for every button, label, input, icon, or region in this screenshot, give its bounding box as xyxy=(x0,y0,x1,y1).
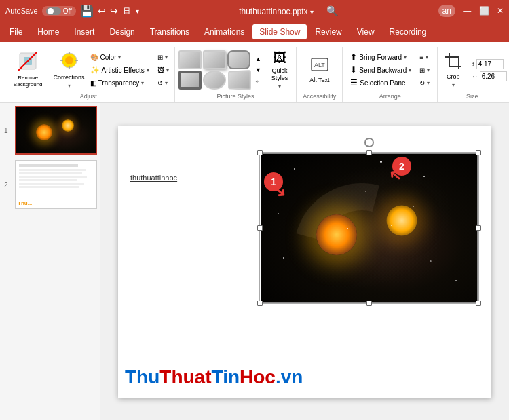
slide-2-number: 2 xyxy=(4,181,8,189)
menu-file[interactable]: File xyxy=(3,24,29,39)
quick-styles-icon: 🖼 xyxy=(273,50,286,66)
style-thumb-4[interactable] xyxy=(178,71,202,90)
window-restore[interactable]: ⬜ xyxy=(479,6,489,16)
watermark-hoc: Hoc xyxy=(240,366,276,387)
ribbon-group-adjust: Remove Background Corrections ▾ xyxy=(3,47,175,102)
undo-icon[interactable]: ↩ xyxy=(98,5,106,16)
crop-icon xyxy=(444,52,463,72)
style-scroll-down[interactable]: ▼ xyxy=(252,65,264,75)
group-dropdown[interactable]: ▾ xyxy=(427,67,430,73)
color-dropdown[interactable]: ▾ xyxy=(118,54,121,60)
remove-background-button[interactable]: Remove Background xyxy=(5,49,51,91)
rotate-icon: ↻ xyxy=(419,79,425,87)
style-scroll-up[interactable]: ▲ xyxy=(252,54,264,64)
user-initials: an xyxy=(438,5,455,17)
change-pic-dropdown[interactable]: ▾ xyxy=(166,67,169,73)
quick-styles-label: Quick Styles xyxy=(271,67,288,82)
galaxy-core-1 xyxy=(316,214,357,255)
rotate-button[interactable]: ↻ ▾ xyxy=(417,77,432,89)
bring-forward-button[interactable]: ⬆ Bring Forward ▾ xyxy=(347,51,414,63)
menu-review[interactable]: Review xyxy=(308,24,348,39)
bring-forward-dropdown[interactable]: ▾ xyxy=(404,54,407,60)
menu-transitions[interactable]: Transitions xyxy=(143,24,196,39)
customize-icon[interactable]: 🖥 xyxy=(122,5,132,16)
crop-dropdown[interactable]: ▾ xyxy=(452,82,455,88)
rotate-dropdown[interactable]: ▾ xyxy=(427,80,430,86)
window-minimize[interactable]: — xyxy=(463,6,471,16)
reset-dropdown[interactable]: ▾ xyxy=(165,80,168,86)
style-thumb-1[interactable] xyxy=(178,50,202,69)
slide-canvas[interactable]: thuthuattinhoc xyxy=(118,126,491,398)
transparency-dropdown[interactable]: ▾ xyxy=(141,80,144,86)
compress-dropdown[interactable]: ▾ xyxy=(165,54,168,60)
ribbon-group-size: Crop ▾ ↕ ↔ Size xyxy=(438,47,506,102)
remove-bg-icon xyxy=(18,52,37,73)
size-content: Crop ▾ ↕ ↔ xyxy=(438,48,507,92)
menu-animations[interactable]: Animations xyxy=(197,24,251,39)
align-button[interactable]: ≡ ▾ xyxy=(417,51,432,63)
slide-2-preview: Thu... xyxy=(16,161,96,208)
width-field-row: ↔ xyxy=(472,71,507,81)
slide-1-preview xyxy=(16,107,96,153)
quick-styles-dropdown[interactable]: ▾ xyxy=(278,83,281,90)
search-icon[interactable]: 🔍 xyxy=(326,5,338,16)
slide-thumb-2[interactable]: Thu... xyxy=(15,160,97,209)
document-title: thuthuattinhoc.pptx ▾ 🔍 xyxy=(239,5,338,16)
style-more[interactable]: ⬦ xyxy=(252,76,264,85)
slide-thumb-1[interactable] xyxy=(15,106,97,155)
svg-text:ALT: ALT xyxy=(314,62,325,69)
annotation-2: 2 ➜ xyxy=(392,157,411,176)
selection-pane-button[interactable]: ☰ Selection Pane xyxy=(347,77,414,89)
style-thumb-6[interactable] xyxy=(228,70,251,90)
height-input[interactable] xyxy=(476,59,504,69)
send-backward-icon: ⬇ xyxy=(350,65,357,75)
transparency-button[interactable]: ◧ Transparency ▾ xyxy=(88,77,152,89)
reset-button[interactable]: ↺ ▾ xyxy=(155,77,172,89)
color-button[interactable]: 🎨 Color ▾ xyxy=(88,51,152,63)
align-dropdown[interactable]: ▾ xyxy=(426,54,428,60)
slide-1-number: 1 xyxy=(4,127,8,134)
menu-recording[interactable]: Recording xyxy=(383,24,434,39)
quick-styles-button[interactable]: 🖼 Quick Styles ▾ xyxy=(267,49,293,91)
dropdown-icon[interactable]: ▾ xyxy=(136,7,139,15)
dropdown-filename[interactable]: ▾ xyxy=(310,8,314,16)
menu-slideshow[interactable]: Slide Show xyxy=(252,24,307,39)
height-field-row: ↕ xyxy=(472,59,507,69)
toggle-pill[interactable] xyxy=(46,7,61,15)
menu-view[interactable]: View xyxy=(350,24,381,39)
send-backward-button[interactable]: ⬇ Send Backward ▾ xyxy=(347,64,414,76)
width-icon: ↔ xyxy=(472,73,478,80)
accessibility-label: Accessibility xyxy=(303,92,336,101)
artistic-dropdown[interactable]: ▾ xyxy=(147,67,149,73)
picture-styles-content: ▲ ▼ ⬦ 🖼 Quick Styles ▾ xyxy=(178,48,293,92)
menu-insert[interactable]: Insert xyxy=(67,24,101,39)
remove-bg-label: Remove Background xyxy=(10,75,47,88)
corrections-label: Corrections xyxy=(54,74,85,81)
autosave-toggle[interactable]: Off xyxy=(42,6,76,16)
ribbon-group-picture-styles: ▲ ▼ ⬦ 🖼 Quick Styles ▾ Picture Styles xyxy=(175,47,297,102)
rotate-handle[interactable] xyxy=(364,138,374,147)
adjust-content: Remove Background Corrections ▾ xyxy=(5,48,172,92)
corrections-button[interactable]: Corrections ▾ xyxy=(54,49,85,91)
selection-pane-icon: ☰ xyxy=(350,78,358,88)
alt-text-button[interactable]: ALT Alt Text xyxy=(304,49,335,91)
compress-button[interactable]: ⊞ ▾ xyxy=(155,51,172,63)
watermark-tin: Tin xyxy=(212,366,240,387)
artistic-effects-button[interactable]: ✨ Artistic Effects ▾ xyxy=(88,64,152,76)
menu-design[interactable]: Design xyxy=(102,24,141,39)
window-close[interactable]: ✕ xyxy=(497,6,504,16)
corrections-dropdown[interactable]: ▾ xyxy=(68,83,71,89)
redo-icon[interactable]: ↪ xyxy=(110,5,118,16)
menu-home[interactable]: Home xyxy=(31,24,66,39)
crop-button[interactable]: Crop ▾ xyxy=(438,49,469,91)
save-icon[interactable]: 💾 xyxy=(80,5,94,18)
alt-text-icon: ALT xyxy=(311,56,328,75)
send-backward-dropdown[interactable]: ▾ xyxy=(409,67,411,73)
change-picture-button[interactable]: 🖼 ▾ xyxy=(155,64,172,76)
galaxy-image[interactable] xyxy=(261,153,478,303)
group-button[interactable]: ⊞ ▾ xyxy=(417,64,432,76)
width-input[interactable] xyxy=(480,71,507,81)
style-thumb-2[interactable] xyxy=(203,50,226,69)
style-thumb-3[interactable] xyxy=(227,50,250,69)
style-thumb-5[interactable] xyxy=(203,71,226,90)
